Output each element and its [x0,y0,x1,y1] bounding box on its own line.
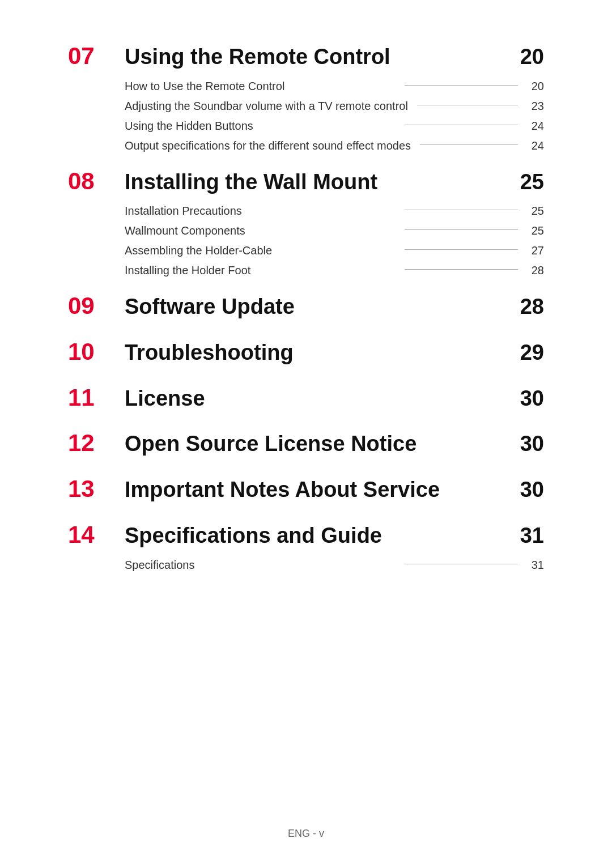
footer: ENG - v [0,828,612,840]
entries-ch08: Installation Precautions25Wallmount Comp… [68,205,544,277]
chapter-row-ch13[interactable]: 13Important Notes About Service30 [68,467,544,503]
chapter-title-ch07: Using the Remote Control [125,45,510,70]
entry-dots [405,210,518,210]
entry-title: Output specifications for the different … [125,139,411,152]
chapter-page-ch10: 29 [510,341,544,365]
chapter-row-ch14[interactable]: 14Specifications and Guide31 [68,513,544,548]
toc-entry[interactable]: Wallmount Components25 [125,224,544,237]
chapter-page-ch08: 25 [510,170,544,194]
section-ch09: 09Software Update28 [68,284,544,320]
chapter-title-ch11: License [125,386,510,411]
chapter-title-ch14: Specifications and Guide [125,524,510,548]
chapter-page-ch07: 20 [510,45,544,69]
section-ch11: 11License30 [68,376,544,411]
toc-entry[interactable]: Specifications31 [125,559,544,572]
chapter-number-ch12: 12 [68,431,125,455]
entry-dots [405,564,518,564]
entry-page: 24 [527,139,544,152]
section-ch12: 12Open Source License Notice30 [68,421,544,457]
entry-title: Specifications [125,559,396,572]
entry-title: Wallmount Components [125,224,396,237]
chapters-container: 07Using the Remote Control20How to Use t… [68,34,544,572]
chapter-number-ch10: 10 [68,340,125,364]
entry-dots [405,249,518,250]
chapter-page-ch13: 30 [510,478,544,502]
entry-dots [405,269,518,270]
entry-page: 24 [527,120,544,133]
chapter-number-ch14: 14 [68,523,125,547]
chapter-title-ch13: Important Notes About Service [125,478,510,503]
entry-page: 25 [527,205,544,218]
entry-dots [405,125,518,125]
toc-entry[interactable]: How to Use the Remote Control20 [125,80,544,93]
chapter-row-ch12[interactable]: 12Open Source License Notice30 [68,421,544,457]
entries-ch14: Specifications31 [68,559,544,572]
chapter-title-ch10: Troubleshooting [125,341,510,365]
entry-page: 25 [527,224,544,237]
chapter-title-ch08: Installing the Wall Mount [125,170,510,195]
toc-entry[interactable]: Installing the Holder Foot28 [125,264,544,277]
chapter-page-ch11: 30 [510,386,544,411]
toc-entry[interactable]: Output specifications for the different … [125,139,544,152]
chapter-title-ch12: Open Source License Notice [125,432,510,457]
toc-entry[interactable]: Adjusting the Soundbar volume with a TV … [125,100,544,113]
entry-dots [405,229,518,230]
chapter-row-ch07[interactable]: 07Using the Remote Control20 [68,34,544,70]
toc-entry[interactable]: Installation Precautions25 [125,205,544,218]
chapter-row-ch10[interactable]: 10Troubleshooting29 [68,330,544,365]
section-ch08: 08Installing the Wall Mount25Installatio… [68,159,544,278]
chapter-row-ch08[interactable]: 08Installing the Wall Mount25 [68,159,544,195]
entry-dots [417,105,518,105]
entry-title: Using the Hidden Buttons [125,120,396,133]
entry-title: How to Use the Remote Control [125,80,396,93]
chapter-number-ch08: 08 [68,169,125,193]
chapter-number-ch13: 13 [68,477,125,501]
chapter-page-ch12: 30 [510,432,544,456]
chapter-row-ch11[interactable]: 11License30 [68,376,544,411]
footer-text: ENG - v [288,828,324,839]
entry-page: 23 [527,100,544,113]
toc-entry[interactable]: Using the Hidden Buttons24 [125,120,544,133]
entry-title: Installation Precautions [125,205,396,218]
entries-ch07: How to Use the Remote Control20Adjusting… [68,80,544,152]
entry-title: Adjusting the Soundbar volume with a TV … [125,100,408,113]
section-ch07: 07Using the Remote Control20How to Use t… [68,34,544,152]
entry-page: 31 [527,559,544,572]
chapter-row-ch09[interactable]: 09Software Update28 [68,284,544,320]
entry-page: 20 [527,80,544,93]
entry-dots [420,144,518,145]
entry-dots [405,85,518,86]
entry-title: Installing the Holder Foot [125,264,396,277]
chapter-number-ch09: 09 [68,294,125,318]
entry-title: Assembling the Holder-Cable [125,244,396,257]
entry-page: 27 [527,244,544,257]
entry-page: 28 [527,264,544,277]
toc-page: 07Using the Remote Control20How to Use t… [0,0,612,868]
chapter-title-ch09: Software Update [125,295,510,320]
section-ch13: 13Important Notes About Service30 [68,467,544,503]
toc-entry[interactable]: Assembling the Holder-Cable27 [125,244,544,257]
chapter-number-ch07: 07 [68,44,125,68]
chapter-page-ch09: 28 [510,295,544,319]
section-ch10: 10Troubleshooting29 [68,330,544,365]
section-ch14: 14Specifications and Guide31Specificatio… [68,513,544,572]
chapter-number-ch11: 11 [68,386,125,410]
chapter-page-ch14: 31 [510,524,544,548]
